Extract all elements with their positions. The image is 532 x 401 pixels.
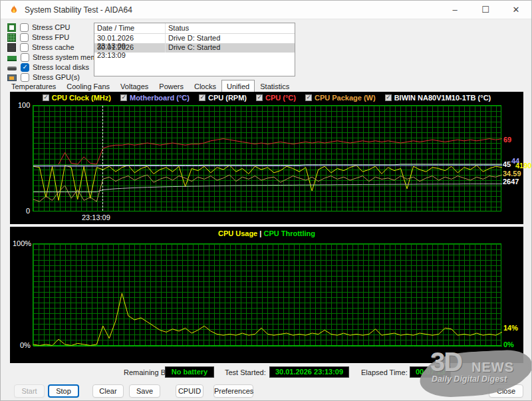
value-label-cpu-package: 34.59: [503, 170, 521, 178]
minimize-icon[interactable]: –: [440, 1, 470, 19]
stress-options: Stress CPU Stress FPU Stress cache Stres…: [7, 23, 107, 82]
battery-value: No battery: [165, 366, 214, 378]
table-row[interactable]: 30.01.2026 23:13:09 Drive D: Started: [94, 34, 295, 43]
legend-checkbox-icon[interactable]: [199, 94, 205, 101]
legend-cpu-package: CPU Package (W): [305, 94, 376, 102]
tab-voltages[interactable]: Voltages: [115, 80, 154, 92]
legend-checkbox-icon[interactable]: [385, 94, 392, 101]
chart2-ymax-label: 100%: [13, 239, 31, 247]
memory-icon: [7, 56, 17, 61]
value-label-cpu-clock: 4190: [515, 162, 531, 170]
save-button[interactable]: Save: [129, 384, 160, 398]
legend-checkbox-icon[interactable]: [305, 94, 312, 101]
stress-fpu-row: Stress FPU: [7, 33, 107, 42]
stress-cache-label: Stress cache: [32, 43, 74, 51]
legend-checkbox-icon[interactable]: [256, 94, 263, 101]
legend-cpu-clock: CPU Clock (MHz): [43, 94, 111, 102]
legend-ssd-temp: BIWIN NA80V1M10-1TB (°C): [385, 94, 491, 102]
tab-powers[interactable]: Powers: [154, 80, 189, 92]
disk-icon: [7, 68, 17, 70]
legend-checkbox-icon[interactable]: [120, 94, 127, 101]
chart1-time-label: 23:13:09: [82, 213, 110, 221]
chart1-legend: CPU Clock (MHz) Motherboard (°C) CPU (RP…: [10, 94, 523, 102]
value-label-throttling: 0%: [503, 340, 514, 348]
window-title: System Stability Test - AIDA64: [25, 5, 132, 15]
tab-cooling-fans[interactable]: Cooling Fans: [61, 80, 115, 92]
usage-chart-panel: CPU Usage | CPU Throttling 100% 0% 14% 0…: [10, 227, 523, 363]
legend-cpu-rpm: CPU (RPM): [199, 94, 247, 102]
legend-cpu-temp: CPU (°C): [256, 94, 296, 102]
cpuid-button[interactable]: CPUID: [176, 384, 203, 398]
value-label-cpu-temp: 69: [503, 136, 511, 144]
tab-clocks[interactable]: Clocks: [189, 80, 221, 92]
chart2-plot: [33, 243, 501, 346]
gpu-icon: [7, 74, 17, 81]
value-label-cpu-rpm: 2647: [503, 178, 519, 186]
test-started-value: 30.01.2026 23:13:09: [269, 366, 349, 378]
chart1-ymin-label: 0: [26, 207, 30, 215]
event-table: Date / Time Status 30.01.2026 23:13:09 D…: [94, 23, 295, 76]
cell-time: 30.01.2026 23:13:09: [94, 34, 166, 43]
fpu-icon: [7, 33, 16, 42]
sensor-chart-panel: CPU Clock (MHz) Motherboard (°C) CPU (RP…: [10, 92, 523, 224]
test-started-label: Test Started:: [225, 368, 266, 376]
chart2-title-throttling: CPU Throttling: [263, 229, 315, 237]
stress-memory-row: Stress system memory: [7, 53, 107, 62]
cache-icon: [7, 43, 16, 52]
cell-status: Drive C: Started: [166, 43, 295, 53]
table-row[interactable]: 30.01.2026 23:13:09 Drive C: Started: [94, 43, 295, 53]
value-label-usage: 14%: [503, 324, 518, 332]
start-button[interactable]: Start: [14, 384, 45, 398]
stress-cache-row: Stress cache: [7, 43, 107, 52]
stop-button[interactable]: Stop: [48, 384, 79, 398]
chart2-ymin-label: 0%: [20, 341, 31, 349]
stress-cpu-label: Stress CPU: [32, 23, 70, 31]
stress-disks-checkbox[interactable]: [21, 63, 29, 72]
tab-temperatures[interactable]: Temperatures: [6, 80, 61, 92]
cell-status: Drive D: Started: [166, 34, 295, 43]
tab-unified[interactable]: Unified: [221, 80, 255, 92]
stress-cpu-checkbox[interactable]: [20, 23, 29, 32]
elapsed-time-label: Elapsed Time:: [361, 368, 408, 376]
event-marker-line: [102, 106, 103, 211]
chart1-plot: [33, 105, 501, 211]
chart2-title: CPU Usage | CPU Throttling: [10, 229, 523, 237]
chart1-ymax-label: 100: [18, 101, 30, 109]
stress-memory-checkbox[interactable]: [21, 53, 29, 62]
column-header-datetime[interactable]: Date / Time: [94, 23, 166, 33]
cell-time: 30.01.2026 23:13:09: [94, 43, 166, 53]
close-icon[interactable]: ✕: [501, 1, 531, 19]
chart2-title-separator: |: [259, 229, 261, 237]
legend-motherboard: Motherboard (°C): [120, 94, 190, 102]
flame-icon: [9, 5, 19, 15]
tab-statistics[interactable]: Statistics: [255, 80, 295, 92]
chart2-title-usage: CPU Usage: [218, 229, 257, 237]
column-header-status[interactable]: Status: [166, 23, 295, 33]
cpu-icon: [7, 23, 16, 32]
title-bar: System Stability Test - AIDA64 – ☐ ✕: [1, 1, 531, 19]
table-header: Date / Time Status: [94, 23, 295, 34]
stress-cache-checkbox[interactable]: [20, 43, 29, 52]
preferences-button[interactable]: Preferences: [213, 384, 253, 398]
stress-cpu-row: Stress CPU: [7, 23, 107, 32]
stress-fpu-checkbox[interactable]: [20, 33, 29, 42]
close-button[interactable]: Close: [489, 384, 523, 398]
maximize-icon[interactable]: ☐: [470, 1, 501, 19]
stress-disks-label: Stress local disks: [33, 63, 89, 71]
tab-bar: Temperatures Cooling Fans Voltages Power…: [6, 80, 295, 92]
clear-button[interactable]: Clear: [92, 384, 124, 398]
stress-disks-row: Stress local disks: [7, 63, 107, 72]
elapsed-time-value: 00:07:13: [410, 366, 451, 378]
value-label-ssd-temp: 45: [503, 160, 511, 168]
stress-fpu-label: Stress FPU: [32, 33, 69, 41]
app-window: System Stability Test - AIDA64 – ☐ ✕ Str…: [0, 0, 532, 401]
legend-checkbox-icon[interactable]: [43, 94, 49, 101]
